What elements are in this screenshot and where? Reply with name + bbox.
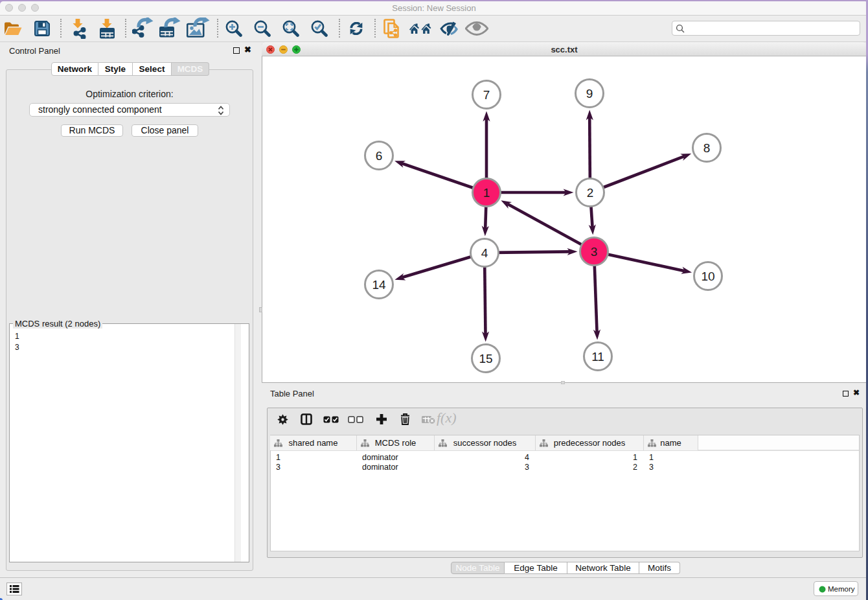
svg-text:7: 7 (483, 88, 490, 102)
svg-text:9: 9 (586, 87, 593, 100)
svg-text:10: 10 (701, 270, 714, 283)
svg-text:1: 1 (483, 186, 490, 200)
svg-text:8: 8 (703, 141, 711, 155)
svg-text:14: 14 (372, 278, 386, 292)
svg-text:4: 4 (481, 246, 488, 260)
svg-text:15: 15 (479, 352, 492, 365)
svg-text:11: 11 (591, 350, 604, 363)
svg-text:2: 2 (587, 186, 594, 200)
svg-text:3: 3 (591, 245, 598, 259)
svg-text:6: 6 (376, 149, 383, 163)
